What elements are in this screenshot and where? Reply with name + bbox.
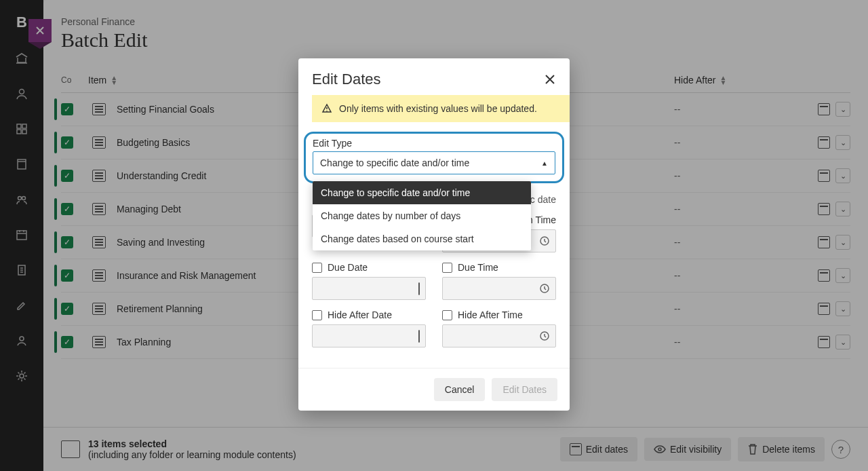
modal-close-button[interactable]	[544, 73, 556, 86]
close-icon	[544, 73, 556, 86]
clock-icon	[539, 331, 550, 341]
hide-after-date-input[interactable]	[312, 324, 426, 347]
dropdown-option[interactable]: Change dates based on course start	[313, 227, 531, 250]
warning-icon	[321, 103, 332, 114]
edit-type-dropdown: Change to specific date and/or time Chan…	[313, 181, 531, 250]
cancel-button[interactable]: Cancel	[434, 378, 486, 401]
hide-after-date-checkbox[interactable]	[312, 310, 322, 320]
hide-after-time-input[interactable]	[442, 324, 556, 347]
due-date-input[interactable]	[312, 277, 426, 300]
due-time-checkbox[interactable]	[442, 263, 452, 273]
dropdown-option[interactable]: Change dates by number of days	[313, 204, 531, 227]
due-time-input[interactable]	[442, 277, 556, 300]
edit-type-highlight: Edit Type Change to specific date and/or…	[304, 132, 564, 183]
modal-title: Edit Dates	[312, 71, 381, 88]
clock-icon	[539, 236, 550, 246]
edit-type-label: Edit Type	[313, 138, 555, 149]
calendar-icon	[418, 330, 420, 343]
due-date-checkbox[interactable]	[312, 263, 322, 273]
edit-type-select[interactable]: Change to specific date and/or time ▲	[313, 151, 555, 174]
hide-after-time-checkbox[interactable]	[442, 310, 452, 320]
edit-dates-modal: Edit Dates Only items with existing valu…	[298, 58, 570, 411]
alert-banner: Only items with existing values will be …	[312, 95, 570, 122]
dropdown-option[interactable]: Change to specific date and/or time	[313, 181, 531, 204]
clock-icon	[539, 283, 550, 294]
caret-up-icon: ▲	[541, 159, 548, 167]
calendar-icon	[418, 282, 420, 295]
confirm-edit-dates-button: Edit Dates	[492, 378, 557, 401]
